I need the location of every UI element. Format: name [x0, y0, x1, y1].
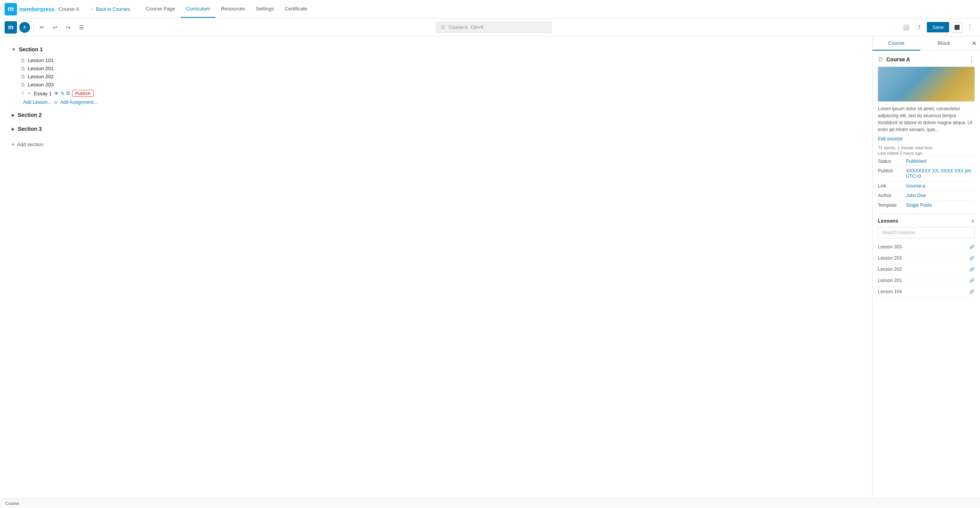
lessons-collapse-icon: ∧: [971, 218, 975, 224]
lesson-202-name: Lesson 202: [878, 267, 967, 272]
section-1-header[interactable]: ▼ Section 1: [12, 44, 861, 55]
memberpress-logo: m: [5, 3, 17, 15]
edit-tool-button[interactable]: ✏: [37, 22, 47, 33]
lesson-list: Lesson 303 🔗 Lesson 203 🔗 Lesson 202 🔗 L…: [878, 241, 975, 297]
tab-certificate[interactable]: Certificate: [279, 0, 313, 18]
course-excerpt: Lorem ipsum dolor sit amet, consectetur …: [878, 105, 975, 133]
status-bar: Course: [0, 498, 980, 508]
meta-link-row: Link /course-a: [878, 181, 975, 191]
lesson-303-link-icon[interactable]: 🔗: [969, 245, 975, 250]
list-view-button[interactable]: ☰: [76, 22, 87, 33]
back-to-courses-link[interactable]: ← Back to Courses: [90, 7, 129, 12]
preview-desktop-button[interactable]: ⬜: [901, 22, 911, 33]
meta-words: 71 words, 1 minute read time.: [878, 145, 975, 150]
section-3-title: Section 3: [18, 126, 42, 132]
lesson-104-link-icon[interactable]: 🔗: [969, 289, 975, 294]
list-item: Lesson 203 🔗: [878, 253, 975, 264]
publish-value[interactable]: XXXXXXXX XX, XXXX XXX pm UTC+0: [906, 168, 975, 179]
view-icon[interactable]: 👁: [54, 91, 59, 96]
list-item: 🗋 Lesson 203: [12, 81, 861, 89]
list-item: 🗋 Lesson 201: [12, 64, 861, 73]
lesson-201-link-icon[interactable]: 🔗: [969, 278, 975, 283]
copy-icon[interactable]: ⧉: [66, 90, 70, 96]
course-panel-title: Course A: [886, 56, 965, 62]
course-panel-more-icon[interactable]: ⋮: [968, 56, 975, 63]
section-3-block: ▶ Section 3: [12, 123, 861, 134]
add-block-button[interactable]: +: [19, 22, 30, 33]
author-value[interactable]: John Doe: [906, 193, 926, 198]
more-options-button[interactable]: ⋮: [965, 22, 975, 33]
section-1-title: Section 1: [19, 46, 43, 52]
add-lesson-link[interactable]: Add Lesson...: [23, 100, 51, 105]
save-button[interactable]: Save: [927, 22, 949, 32]
tab-curriculum[interactable]: Curriculum: [181, 0, 216, 18]
undo-button[interactable]: ↩: [50, 22, 61, 33]
section-2-title: Section 2: [18, 112, 42, 118]
search-lessons-input[interactable]: [878, 227, 975, 238]
sidebar-toggle-button[interactable]: ⬛: [951, 22, 962, 33]
section-2-block: ▶ Section 2: [12, 110, 861, 120]
meta-template-row: Template Single Posts: [878, 200, 975, 210]
publish-label: Publish: [878, 168, 903, 174]
sidebar-close-button[interactable]: ✕: [968, 37, 980, 50]
logo-area: m memberpress Course A: [5, 3, 79, 15]
sidebar: Course Block ✕ 🗋 Course A ⋮ Lorem ipsum …: [872, 36, 980, 498]
main-layout: ▼ Section 1 🗋 Lesson 101 🗋 Lesson 201 🗋 …: [0, 36, 980, 498]
meta-author-row: Author John Doe: [878, 191, 975, 200]
add-assignment-link[interactable]: Add Assignment...: [60, 100, 97, 105]
section-2-header[interactable]: ▶ Section 2: [12, 110, 861, 120]
editor-m-button[interactable]: m: [5, 21, 17, 34]
sidebar-tab-block[interactable]: Block: [920, 36, 968, 51]
template-value[interactable]: Single Posts: [906, 203, 932, 208]
redo-button[interactable]: ↪: [63, 22, 74, 33]
drag-handle-icon[interactable]: ⠿: [21, 91, 25, 96]
meta-status-row: Status Published: [878, 156, 975, 166]
add-lesson-row: Add Lesson... or Add Assignment...: [12, 98, 861, 106]
essay-action-icons: 👁 ✎ ⧉: [54, 90, 70, 96]
course-panel-doc-icon: 🗋: [878, 56, 883, 62]
lesson-203-name: Lesson 203: [878, 255, 967, 261]
toolbar-right: ⬜ ⤴ Save ⬛ ⋮: [901, 22, 975, 33]
lesson-101-name: Lesson 101: [28, 57, 54, 63]
lesson-303-name: Lesson 303: [878, 244, 967, 250]
meta-publish-row: Publish XXXXXXXX XX, XXXX XXX pm UTC+0: [878, 166, 975, 181]
editor-toolbar: m + ✏ ↩ ↪ ☰ 🗋 Course A Ctrl+K ⬜ ⤴ Save ⬛…: [0, 19, 980, 36]
lesson-104-name: Lesson 104: [878, 289, 967, 294]
title-value: Course A: [449, 25, 467, 30]
publish-button[interactable]: Publish: [72, 90, 94, 97]
brand-name: memberpress: [19, 6, 55, 12]
section-3-toggle-icon: ▶: [12, 127, 15, 132]
status-label: Status: [878, 159, 903, 164]
meta-edited: Last edited 2 hours ago.: [878, 151, 975, 155]
edit-essay-icon[interactable]: ✏: [28, 91, 32, 96]
lesson-203-link-icon[interactable]: 🔗: [969, 256, 975, 261]
add-section-row[interactable]: + Add section: [12, 137, 861, 151]
lesson-202-link-icon[interactable]: 🔗: [969, 267, 975, 272]
add-section-label: Add section: [17, 142, 43, 147]
title-shortcut: Ctrl+K: [471, 25, 484, 30]
tab-settings[interactable]: Settings: [250, 0, 279, 18]
external-link-button[interactable]: ⤴: [914, 22, 925, 33]
lesson-doc-icon: 🗋: [21, 66, 25, 71]
essay-1-name: Essay 1: [34, 91, 52, 96]
top-bar: m memberpress Course A ← Back to Courses…: [0, 0, 980, 19]
nav-tabs: Course Page Curriculum Resources Setting…: [141, 0, 313, 18]
title-doc-icon: 🗋: [441, 25, 445, 30]
sidebar-tab-course[interactable]: Course: [872, 36, 920, 51]
lessons-title: Lessons: [878, 218, 898, 224]
edit-link-icon[interactable]: ✎: [61, 91, 65, 96]
tab-resources[interactable]: Resources: [215, 0, 250, 18]
lesson-doc-icon: 🗋: [21, 82, 25, 88]
lessons-header[interactable]: Lessons ∧: [878, 214, 975, 227]
section-1-block: ▼ Section 1 🗋 Lesson 101 🗋 Lesson 201 🗋 …: [12, 44, 861, 106]
list-item: Lesson 104 🔗: [878, 286, 975, 297]
tab-course-page[interactable]: Course Page: [141, 0, 181, 18]
lesson-203-name: Lesson 203: [28, 82, 54, 88]
course-panel-header: 🗋 Course A ⋮: [878, 56, 975, 63]
link-label: Link: [878, 183, 903, 189]
status-value[interactable]: Published: [906, 159, 926, 164]
status-text: Course: [5, 501, 19, 506]
edit-excerpt-link[interactable]: Edit excerpt: [878, 136, 975, 142]
link-value[interactable]: /course-a: [906, 183, 925, 189]
section-3-header[interactable]: ▶ Section 3: [12, 123, 861, 134]
